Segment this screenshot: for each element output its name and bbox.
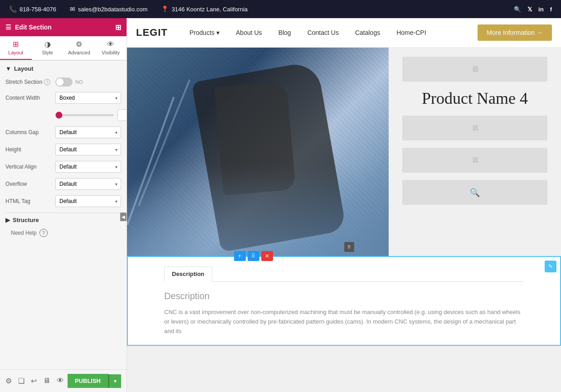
tab-layout[interactable]: ⊞ Layout [0,36,32,60]
twitter-icon[interactable]: 𝕏 [527,6,532,13]
column-handle[interactable]: ⠿ [344,242,354,252]
nav-item-blog[interactable]: Blog [270,18,299,48]
slider-row [5,109,121,121]
columns-gap-label: Columns Gap [5,129,55,136]
desktop-icon[interactable]: 🖥 [43,377,50,385]
html-tag-select-wrapper: Default ▾ [55,195,121,207]
columns-gap-select-wrapper: Default ▾ [55,126,121,138]
tab-description[interactable]: Description [164,266,212,282]
facebook-icon[interactable]: f [550,6,552,13]
tab-layout-label: Layout [8,50,23,55]
content-width-row: Content Width Boxed ▾ [5,92,121,104]
phone-number: 818-758-4076 [20,6,56,13]
product-name: Product Name 4 [402,89,547,108]
width-slider[interactable] [55,114,114,116]
page-content: 🖥 Product Name 4 🖥 🖥 🔍 [127,48,561,392]
add-column-button[interactable]: + [234,251,246,261]
structure-expand-icon: ▶ [5,217,10,223]
grid-icon[interactable]: ⊞ [115,23,121,32]
nav-item-contact[interactable]: Contact Us [299,18,347,48]
publish-button[interactable]: PUBLISH [68,374,108,388]
edit-section-button[interactable]: ✎ [545,261,556,272]
move-section-button[interactable]: ⠿ [248,251,259,261]
nav-contact-label: Contact Us [307,29,339,36]
columns-gap-row: Columns Gap Default ▾ [5,126,121,138]
html-tag-select[interactable]: Default [55,195,121,207]
stretch-toggle[interactable]: NO [55,77,121,87]
tab-visibility[interactable]: 👁 Visibility [95,36,127,60]
vertical-align-select[interactable]: Default [55,161,121,173]
phone-info: 📞 818-758-4076 [9,5,56,13]
description-title: Description [164,291,524,301]
html-tag-row: HTML Tag Default ▾ [5,195,121,207]
location-info: 📍 3146 Koontz Lane, California [161,5,248,13]
section-controls: + ⠿ ✕ [234,251,273,261]
tab-visibility-label: Visibility [102,50,120,55]
placeholder-icon-3: 🖥 [471,155,479,165]
structure-section-header[interactable]: ▶ Structure [5,217,121,223]
main-layout: ☰ Edit Section ⊞ ⊞ Layout ◑ Style ⚙ Adva… [0,18,561,392]
stretch-help-icon[interactable]: ? [44,79,50,85]
search-icon[interactable]: 🔍 [514,6,521,13]
top-bar: 📞 818-758-4076 ✉ sales@b2bdatastudio.com… [0,0,561,18]
phone-icon: 📞 [9,5,17,13]
need-help: Need Help ? [5,223,121,242]
nav-item-catalogs[interactable]: Catalogs [347,18,388,48]
placeholder-block-1: 🖥 [402,57,547,82]
linkedin-icon[interactable]: in [538,6,544,13]
panel-header: ☰ Edit Section ⊞ [0,18,127,36]
tab-style[interactable]: ◑ Style [32,36,63,60]
bottom-bar: ⚙ ❏ ↩ 🖥 👁 PUBLISH ▾ [0,369,127,392]
eye-icon[interactable]: 👁 [57,377,64,385]
placeholder-block-3: 🖥 [402,148,547,173]
vertical-align-row: Vertical Align Default ▾ [5,161,121,173]
nav-items: Products ▾ About Us Blog Contact Us Cata… [181,18,552,48]
description-text: CNC is a vast improvement over non-compu… [164,308,524,336]
email-address: sales@b2bdatastudio.com [78,6,147,13]
nav-about-label: About Us [236,29,262,36]
height-row: Height Default ▾ [5,144,121,155]
divider [5,213,121,213]
product-image-column [127,48,389,256]
history-icon[interactable]: ↩ [31,377,37,385]
visibility-icon: 👁 [107,40,114,48]
toggle-track[interactable] [55,77,73,87]
right-content: LEGIT Products ▾ About Us Blog Contact U… [127,18,561,392]
height-select[interactable]: Default [55,144,121,155]
publish-dropdown-button[interactable]: ▾ [108,374,121,388]
tab-advanced-label: Advanced [68,50,90,55]
nav-item-about[interactable]: About Us [228,18,270,48]
nav-products-chevron: ▾ [216,29,220,36]
overflow-row: Overflow Default ▾ [5,178,121,190]
nav-catalogs-label: Catalogs [355,29,380,36]
menu-icon[interactable]: ☰ [5,24,11,31]
structure-label: Structure [13,217,39,223]
nav-item-products[interactable]: Products ▾ [181,18,228,48]
nav-item-home-cpi[interactable]: Home-CPI [388,18,434,48]
description-section: ✎ Description Description CNC is a vast … [127,256,561,346]
need-help-label: Need Help [11,230,37,236]
layout-section-header[interactable]: ▼ Layout [5,65,121,72]
placeholder-block-2: 🖥 [402,116,547,140]
content-width-select[interactable]: Boxed [55,92,121,104]
panel-collapse-handle[interactable]: ◀ [120,213,127,221]
delete-section-button[interactable]: ✕ [261,251,273,261]
layout-icon: ⊞ [13,40,19,48]
tab-advanced[interactable]: ⚙ Advanced [63,36,95,60]
columns-gap-select[interactable]: Default [55,126,121,138]
layers-icon[interactable]: ❏ [18,377,24,385]
nav-home-cpi-label: Home-CPI [396,29,426,36]
overflow-select[interactable]: Default [55,178,121,190]
tab-style-label: Style [42,50,53,55]
width-value-box[interactable] [117,109,127,121]
height-select-wrapper: Default ▾ [55,144,121,155]
email-info: ✉ sales@b2bdatastudio.com [70,5,147,13]
need-help-icon[interactable]: ? [39,229,48,237]
location-icon: 📍 [161,5,169,13]
publish-btn-group: PUBLISH ▾ [68,374,121,388]
nav-cta-button[interactable]: More Information → [478,24,552,41]
nav-blog-label: Blog [278,29,291,36]
settings-icon[interactable]: ⚙ [5,377,12,385]
vertical-align-label: Vertical Align [5,164,55,170]
layout-section-label: Layout [14,65,34,72]
